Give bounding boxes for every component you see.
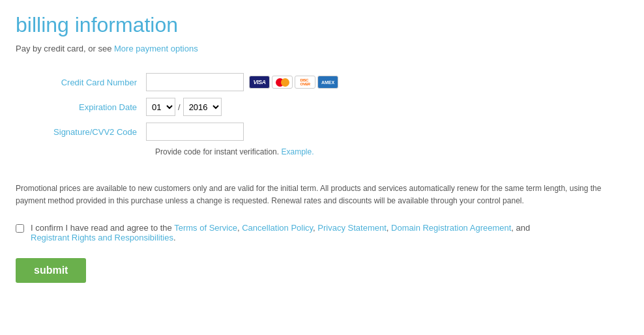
mastercard-icon [272, 76, 293, 89]
cvv-label: Signature/CVV2 Code [16, 127, 146, 137]
cvv-row: Signature/CVV2 Code [16, 123, 628, 141]
subtitle: Pay by credit card, or see More payment … [16, 44, 628, 53]
cvv-hint: Provide code for instant verification. E… [146, 147, 628, 156]
agree-checkbox[interactable] [16, 224, 24, 233]
expiry-label: Expiration Date [16, 102, 146, 112]
agree-row: I confirm I have read and agree to the T… [16, 223, 628, 242]
more-payment-options-link[interactable]: More payment options [114, 44, 198, 53]
amex-icon: AMEX [317, 76, 338, 89]
terms-link[interactable]: Terms of Service [174, 223, 237, 233]
cc-number-controls: VISA DISCOVER AMEX [146, 73, 338, 91]
cc-number-row: Credit Card Number VISA DISCOVER AMEX [16, 73, 628, 91]
expiry-month-select[interactable]: 01020304 05060708 09101112 [146, 98, 175, 116]
cancellation-link[interactable]: Cancellation Policy [242, 223, 313, 233]
agree-text: I confirm I have read and agree to the T… [31, 223, 530, 242]
expiry-separator: / [178, 102, 181, 112]
expiry-year-select[interactable]: 2016201720182019 2020202120222023 202420… [183, 98, 222, 116]
agree-prefix: I confirm I have read and agree to the [31, 223, 174, 233]
cvv-controls [146, 123, 244, 141]
expiry-controls: 01020304 05060708 09101112 / 20162017201… [146, 98, 222, 116]
submit-button[interactable]: submit [16, 258, 86, 283]
cc-number-label: Credit Card Number [16, 78, 146, 87]
mc-circles [276, 78, 289, 87]
mc-circle-right [281, 78, 289, 87]
card-icons: VISA DISCOVER AMEX [249, 76, 338, 89]
privacy-link[interactable]: Privacy Statement [317, 223, 387, 233]
cvv-example-link[interactable]: Example. [281, 147, 314, 156]
promo-text: Promotional prices are available to new … [16, 176, 628, 207]
cvv-hint-text: Provide code for instant verification. [155, 147, 279, 156]
discover-icon: DISCOVER [295, 76, 315, 89]
domain-reg-link[interactable]: Domain Registration Agreement [391, 223, 511, 233]
expiry-row: Expiration Date 01020304 05060708 091011… [16, 98, 628, 116]
billing-form: Credit Card Number VISA DISCOVER AMEX Ex… [16, 73, 628, 156]
visa-icon: VISA [249, 76, 270, 89]
page-title: billing information [16, 13, 628, 37]
cvv-input[interactable] [146, 123, 244, 141]
cc-number-input[interactable] [146, 73, 244, 91]
registrant-rights-link[interactable]: Registrant Rights and Responsibilities [31, 233, 173, 242]
subtitle-text: Pay by credit card, or see [16, 44, 114, 53]
